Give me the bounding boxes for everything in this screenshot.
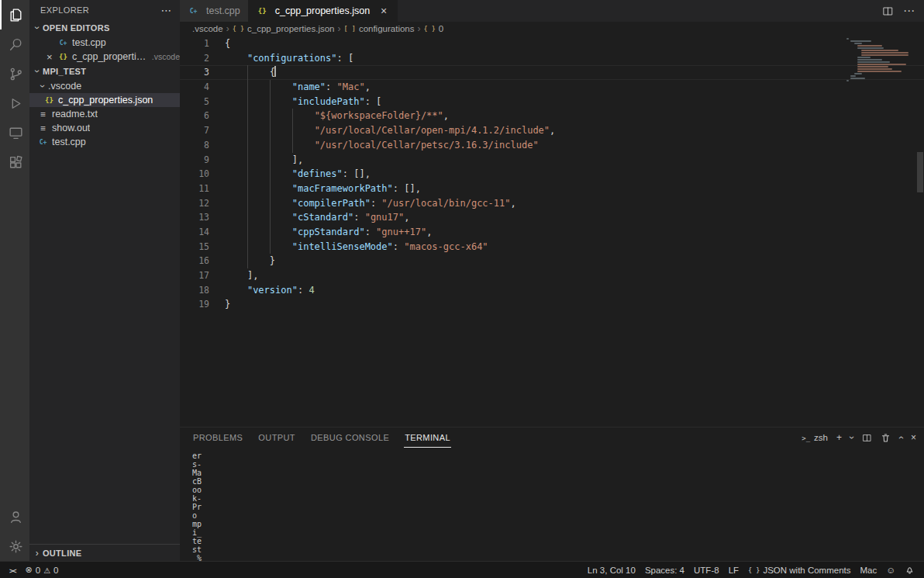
indent-guide — [270, 109, 292, 123]
indent-guide — [247, 65, 270, 80]
split-terminal-icon[interactable] — [862, 433, 872, 443]
code-line-14[interactable]: 14 "cppStandard": "gnu++17", — [180, 225, 924, 240]
breadcrumb-item-0[interactable]: 0 — [423, 24, 443, 33]
minimap-line — [857, 59, 881, 61]
code-line-15[interactable]: 15 "intelliSenseMode": "macos-gcc-x64" — [180, 240, 924, 254]
code-line-11[interactable]: 11 "macFrameworkPath": [], — [180, 182, 924, 196]
indent-guide — [270, 138, 292, 153]
code-line-18[interactable]: 18 "version": 4 — [180, 283, 924, 298]
code-line-8[interactable]: 8 "/usr/local/Cellar/petsc/3.16.3/includ… — [180, 138, 924, 153]
code-token: } — [225, 299, 230, 310]
panel-tabs: PROBLEMSOUTPUTDEBUG CONSOLETERMINAL — [192, 427, 451, 448]
breadcrumb-item-vscode[interactable]: .vscode — [192, 24, 223, 33]
code-line-2[interactable]: 2 "configurations": [ — [180, 51, 924, 66]
code-line-17[interactable]: 17 ], — [180, 268, 924, 283]
code-line-10[interactable]: 10 "defines": [], — [180, 167, 924, 182]
tree-item-vscode[interactable]: .vscode — [29, 79, 180, 93]
close-tab-icon[interactable] — [378, 5, 389, 17]
code-token: : — [337, 53, 348, 64]
indent-guide — [247, 95, 270, 109]
code-editor[interactable]: 1{2 "configurations": [3 {4 "name": "Mac… — [180, 36, 924, 427]
code-line-19[interactable]: 19} — [180, 297, 924, 312]
terminal-content[interactable]: ers-MacBook-Pro mpi_test % — [180, 448, 924, 561]
smiley-icon — [886, 566, 895, 575]
close-panel-icon[interactable] — [911, 432, 916, 443]
activitybar-account[interactable] — [0, 502, 29, 531]
panel-tab-output[interactable]: OUTPUT — [257, 427, 296, 448]
open-editor-item-c-cpp-properties-json[interactable]: c_cpp_properties.json.vscode — [29, 50, 180, 64]
status-spaces-4[interactable]: Spaces: 4 — [640, 562, 689, 578]
split-editor-icon[interactable] — [882, 5, 894, 17]
status-ln-3-col-10[interactable]: Ln 3, Col 10 — [583, 562, 640, 578]
editor-scrollbar[interactable] — [916, 36, 924, 427]
status-utf-8[interactable]: UTF-8 — [689, 562, 724, 578]
remote-indicator[interactable] — [5, 562, 21, 578]
tab-label: c_cpp_properties.json — [275, 5, 370, 16]
section-open-editors[interactable]: OPEN EDITORS — [29, 20, 180, 36]
code-token: "${workspaceFolder}/**" — [315, 110, 443, 121]
indent-guide — [225, 80, 247, 95]
close-icon[interactable] — [47, 52, 57, 62]
new-terminal-icon[interactable] — [836, 432, 842, 443]
notifications-button[interactable] — [900, 562, 919, 578]
tab-c-cpp-properties-json[interactable]: c_cpp_properties.json — [249, 0, 398, 22]
panel-tab-terminal[interactable]: TERMINAL — [404, 427, 451, 448]
breadcrumb-item-file[interactable]: c_cpp_properties.json — [233, 24, 335, 33]
code-token: : — [326, 81, 336, 92]
indent-guide — [270, 167, 292, 182]
activitybar-source-control[interactable] — [0, 59, 29, 88]
code-line-9[interactable]: 9 ], — [180, 153, 924, 168]
tree-item-test-cpp[interactable]: test.cpp — [29, 135, 180, 149]
status-mac[interactable]: Mac — [856, 562, 882, 578]
problems-status[interactable]: 0 0 — [21, 562, 64, 578]
open-editor-item-test-cpp[interactable]: test.cpp — [29, 36, 180, 50]
feedback-button[interactable] — [881, 562, 900, 578]
tab-test-cpp[interactable]: test.cpp — [180, 0, 249, 22]
code-token: "defines" — [292, 168, 343, 179]
tree-item-readme-txt[interactable]: readme.txt — [29, 107, 180, 121]
code-line-7[interactable]: 7 "/usr/local/Cellar/open-mpi/4.1.2/incl… — [180, 123, 924, 138]
file-tree: .vscodec_cpp_properties.jsonreadme.txtsh… — [29, 79, 180, 149]
code-token: , — [426, 227, 432, 237]
indent-guide — [225, 254, 247, 268]
panel-tab-problems[interactable]: PROBLEMS — [192, 427, 243, 448]
terminal-dropdown-icon[interactable] — [850, 432, 853, 443]
trash-icon[interactable] — [881, 433, 891, 443]
tab-label: test.cpp — [206, 5, 240, 16]
code-line-12[interactable]: 12 "compilerPath": "/usr/local/bin/gcc-1… — [180, 196, 924, 211]
activitybar-run-debug[interactable] — [0, 88, 29, 118]
shell-label: zsh — [814, 433, 828, 442]
minimap[interactable] — [846, 38, 915, 82]
activitybar-remote-explorer[interactable] — [0, 118, 29, 147]
maximize-panel-icon[interactable] — [899, 432, 902, 443]
chevron-down-icon — [32, 66, 43, 77]
status-json-with-comments[interactable]: JSON with Comments — [743, 562, 855, 578]
line-number: 15 — [180, 240, 209, 254]
code-line-16[interactable]: 16 } — [180, 254, 924, 268]
activitybar-search[interactable] — [0, 29, 29, 59]
code-line-3[interactable]: 3 { — [180, 65, 924, 80]
breadcrumb-item-configurations[interactable]: configurations — [344, 24, 415, 33]
code-line-6[interactable]: 6 "${workspaceFolder}/**", — [180, 109, 924, 123]
terminal-shell-select[interactable]: zsh — [802, 433, 828, 442]
indent-guide — [270, 80, 292, 95]
code-line-1[interactable]: 1{ — [180, 36, 924, 51]
tree-item-c-cpp-properties-json[interactable]: c_cpp_properties.json — [29, 93, 180, 107]
activitybar-extensions[interactable] — [0, 147, 29, 177]
panel-tab-debug-console[interactable]: DEBUG CONSOLE — [310, 427, 390, 448]
more-actions-icon[interactable] — [161, 4, 172, 16]
terminal-line: k- — [192, 494, 924, 503]
scrollbar-thumb[interactable] — [917, 152, 923, 192]
code-line-13[interactable]: 13 "cStandard": "gnu17", — [180, 210, 924, 225]
section-workspace[interactable]: MPI_TEST — [29, 64, 180, 79]
more-actions-icon[interactable] — [903, 4, 915, 18]
tree-item-show-out[interactable]: show.out — [29, 121, 180, 135]
status-lf[interactable]: LF — [724, 562, 743, 578]
activitybar-explorer[interactable] — [0, 0, 29, 29]
code-line-4[interactable]: 4 "name": "Mac", — [180, 80, 924, 95]
activitybar-settings[interactable] — [0, 531, 29, 561]
code-line-5[interactable]: 5 "includePath": [ — [180, 95, 924, 109]
section-outline[interactable]: OUTLINE — [29, 544, 180, 561]
indent-guide — [270, 225, 292, 240]
line-content: "cppStandard": "gnu++17", — [225, 225, 432, 240]
